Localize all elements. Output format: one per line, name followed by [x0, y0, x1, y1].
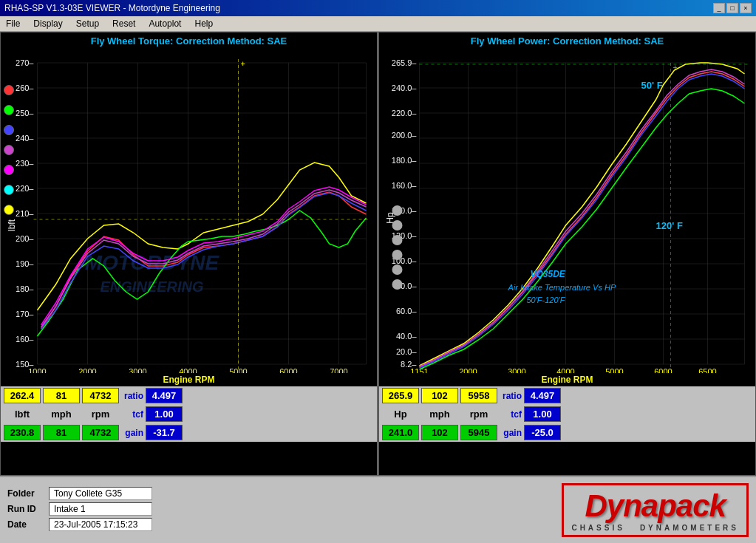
minimize-button[interactable]: _ [713, 3, 725, 13]
legend-purple [4, 145, 14, 155]
left-data-row-2: lbft mph rpm tcf 1.00 [1, 405, 377, 423]
right-val1-r3: 241.0 [382, 425, 419, 440]
svg-text:+: + [241, 59, 245, 68]
left-label1: lbft [4, 409, 41, 420]
window-controls: _ □ × [713, 3, 752, 13]
svg-text:50' F: 50' F [641, 80, 663, 91]
left-val3-r3: 4732 [82, 425, 119, 440]
svg-text:260–: 260– [16, 83, 34, 92]
right-ratio-label: ratio [500, 391, 522, 401]
right-gain-val: -25.0 [524, 425, 561, 440]
right-x-axis-label: Engine RPM [379, 373, 755, 386]
svg-text:200.0–: 200.0– [392, 131, 418, 140]
legend-yellow [4, 205, 14, 215]
svg-text:200–: 200– [16, 234, 34, 243]
left-tcf-val: 1.00 [146, 406, 183, 422]
svg-text:220.0–: 220.0– [392, 109, 418, 117]
left-data-row-3: 230.8 81 4732 gain -31.7 [1, 423, 377, 442]
folder-value: Tony Collete G35 [49, 487, 152, 500]
date-row: Date 23-Jul-2005 17:15:23 [7, 518, 378, 531]
right-tcf-label: tcf [500, 409, 522, 420]
menu-setup[interactable]: Setup [73, 18, 102, 30]
right-val1-r1: 265.9 [382, 388, 419, 403]
right-gain-label: gain [500, 428, 522, 438]
title-text: RHAS-SP V1.3-03E VIEWER - Motordyne Engi… [4, 3, 220, 13]
right-data-row-2: Hp mph rpm tcf 1.00 [379, 405, 755, 423]
svg-text:170–: 170– [16, 310, 34, 318]
svg-text:6000: 6000 [654, 367, 672, 373]
bottom-info: Folder Tony Collete G35 Run ID Intake 1 … [0, 476, 756, 542]
date-value: 23-Jul-2005 17:15:23 [49, 518, 152, 531]
charts-row: Fly Wheel Torque: Correction Method: SAE [0, 32, 756, 476]
svg-text:160–: 160– [16, 335, 34, 344]
svg-text:120' F: 120' F [656, 220, 683, 231]
left-ratio-label: ratio [121, 391, 143, 401]
left-val1-r3: 230.8 [4, 425, 41, 440]
right-label3: rpm [460, 409, 497, 420]
maximize-button[interactable]: □ [726, 3, 738, 13]
left-x-axis-label: Engine RPM [1, 373, 377, 386]
svg-text:50'F-120'F: 50'F-120'F [527, 296, 566, 304]
left-val3-r1: 4732 [82, 388, 119, 403]
left-data-row-1: 262.4 81 4732 ratio 4.497 [1, 386, 377, 405]
folder-label: Folder [7, 488, 44, 499]
dynapack-logo-text: Dynapack [571, 488, 739, 524]
right-chart-svg: 265.9– 240.0– 220.0– 200.0– 180.0– 160.0… [379, 48, 755, 373]
svg-text:6500: 6500 [698, 367, 716, 373]
svg-text:210–: 210– [16, 209, 34, 218]
svg-text:VQ35DE: VQ35DE [531, 269, 566, 279]
left-chart-panel: Fly Wheel Torque: Correction Method: SAE [0, 32, 378, 476]
legend-red [4, 85, 14, 95]
svg-rect-0 [4, 48, 374, 373]
svg-point-95 [392, 250, 403, 260]
left-chart-title: Fly Wheel Torque: Correction Method: SAE [1, 33, 377, 48]
left-chart-svg: 270– 260– 250– 240– 230– 220– 210– 200– … [1, 48, 377, 373]
folder-info-section: Folder Tony Collete G35 Run ID Intake 1 … [7, 487, 378, 533]
main-content: Fly Wheel Torque: Correction Method: SAE [0, 32, 756, 542]
svg-rect-48 [383, 48, 752, 373]
left-label3: rpm [82, 409, 119, 420]
menu-display[interactable]: Display [30, 18, 65, 30]
svg-text:265.9–: 265.9– [392, 58, 418, 67]
right-val3-r1: 5958 [460, 388, 497, 403]
svg-text:180–: 180– [16, 284, 34, 293]
svg-text:+: + [673, 63, 678, 72]
svg-text:6000: 6000 [279, 367, 297, 373]
menu-file[interactable]: File [3, 18, 23, 30]
legend-blue [4, 125, 14, 135]
left-val1-r1: 262.4 [4, 388, 41, 403]
svg-point-94 [392, 235, 403, 245]
dynapack-logo-sub: CHASSIS DYNAMOMETERS [571, 524, 739, 532]
menu-autoplot[interactable]: Autoplot [146, 18, 184, 30]
right-chart-panel: Fly Wheel Power: Correction Method: SAE [378, 32, 756, 476]
svg-text:270–: 270– [16, 58, 34, 67]
svg-text:180.0–: 180.0– [392, 156, 418, 165]
left-ratio-val: 4.497 [146, 388, 183, 403]
menu-help[interactable]: Help [191, 18, 216, 30]
svg-text:lbft: lbft [7, 219, 17, 231]
close-button[interactable]: × [740, 3, 752, 13]
svg-point-96 [392, 264, 403, 275]
svg-text:4000: 4000 [556, 367, 574, 373]
left-gain-label: gain [121, 428, 143, 438]
right-data-row-1: 265.9 102 5958 ratio 4.497 [379, 386, 755, 405]
left-tcf-label: tcf [121, 409, 143, 420]
svg-text:220–: 220– [16, 184, 34, 193]
left-data-rows: 262.4 81 4732 ratio 4.497 lbft mph rpm t… [1, 386, 377, 442]
logo-sub2: DYNAMOMETERS [640, 524, 739, 532]
svg-point-97 [392, 279, 403, 290]
svg-text:230–: 230– [16, 159, 34, 168]
svg-text:5000: 5000 [605, 367, 623, 373]
right-val2-r3: 102 [421, 425, 458, 440]
svg-point-92 [392, 205, 403, 216]
svg-text:1000: 1000 [28, 367, 46, 373]
right-ratio-val: 4.497 [524, 388, 561, 403]
menu-reset[interactable]: Reset [109, 18, 138, 30]
svg-text:240.0–: 240.0– [392, 83, 418, 92]
left-val2-r1: 81 [43, 388, 80, 403]
svg-text:2000: 2000 [78, 367, 96, 373]
left-val2-r3: 81 [43, 425, 80, 440]
menu-bar: File Display Setup Reset Autoplot Help [0, 16, 756, 32]
svg-text:160.0–: 160.0– [392, 181, 418, 190]
right-val3-r3: 5945 [460, 425, 497, 440]
